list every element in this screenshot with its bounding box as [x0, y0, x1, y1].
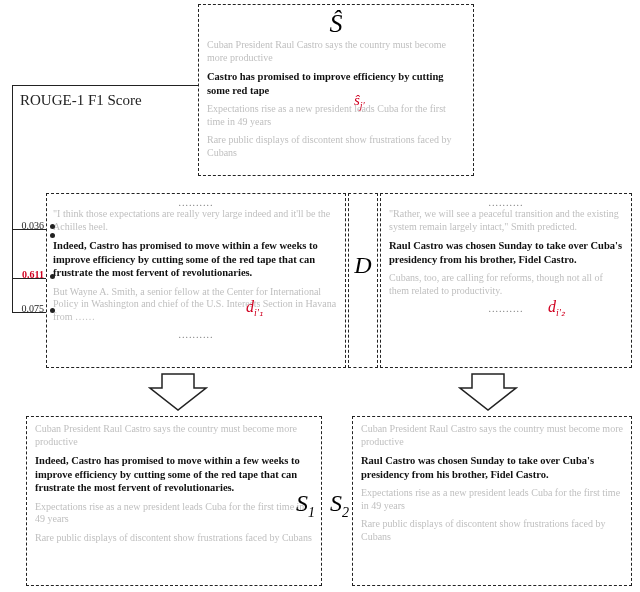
s2-line4: Rare public displays of discontent show … [361, 518, 623, 543]
summary-2-box: Cuban President Raul Castro says the cou… [352, 416, 632, 586]
shat-line1: Cuban President Raul Castro says the cou… [207, 39, 465, 64]
svg-marker-0 [150, 374, 206, 410]
d-right-bold: Raul Castro was chosen Sunday to take ov… [389, 239, 623, 266]
dots-top-left: .......... [53, 197, 339, 208]
dots-bot-right: .......... [389, 303, 623, 314]
symbol-D: D [349, 252, 377, 279]
bullet-icon [50, 233, 55, 238]
symbol-di2: di′₂ [548, 298, 565, 318]
arrow-down-icon [458, 372, 518, 412]
symbol-S1: S1 [296, 490, 315, 521]
s1-line3: Expectations rise as a new president lea… [35, 501, 313, 526]
dots-bot-left: .......... [53, 329, 339, 340]
s2-line3: Expectations rise as a new president lea… [361, 487, 623, 512]
bullet-icon [50, 224, 55, 229]
connector-h1 [12, 85, 198, 86]
symbol-S2: S2 [330, 490, 349, 521]
s2-bold: Raul Castro was chosen Sunday to take ov… [361, 454, 623, 481]
s2-line1: Cuban President Raul Castro says the cou… [361, 423, 623, 448]
shat-bold: Castro has promised to improve efficienc… [207, 70, 465, 97]
shat-line4: Rare public displays of discontent show … [207, 134, 465, 159]
summary-1-box: Cuban President Raul Castro says the cou… [26, 416, 322, 586]
metric-label: ROUGE-1 F1 Score [20, 92, 142, 109]
summary-hat-box: Ŝ Cuban President Raul Castro says the c… [198, 4, 474, 176]
symbol-sj-hat: ŝj′ [354, 92, 365, 111]
shat-line3: Expectations rise as a new president lea… [207, 103, 465, 128]
document-box-right: .......... "Rather, we will see a peacef… [380, 193, 632, 368]
d-right-quote: "Rather, we will see a peaceful transiti… [389, 208, 623, 233]
symbol-S-hat: Ŝ [207, 9, 465, 39]
arrow-down-icon [148, 372, 208, 412]
s1-line4: Rare public displays of discontent show … [35, 532, 313, 545]
score-bot: 0.075 [12, 303, 44, 314]
d-left-bold: Indeed, Castro has promised to move with… [53, 239, 339, 280]
d-left-wayne: But Wayne A. Smith, a senior fellow at t… [53, 286, 339, 324]
d-right-cubans: Cubans, too, are calling for reforms, th… [389, 272, 623, 297]
score-top: 0.036 [12, 220, 44, 231]
document-box-left: .......... "I think those expectations a… [46, 193, 346, 368]
score-mid: 0.611 [12, 269, 44, 280]
dots-top-right: .......... [389, 197, 623, 208]
s1-bold: Indeed, Castro has promised to move with… [35, 454, 313, 495]
bullet-icon [50, 308, 55, 313]
bullet-icon [50, 274, 55, 279]
symbol-di1: di′₁ [246, 298, 263, 318]
d-left-quote: "I think those expectations are really v… [53, 208, 339, 233]
s1-line1: Cuban President Raul Castro says the cou… [35, 423, 313, 448]
document-label-box: D [348, 193, 378, 368]
svg-marker-1 [460, 374, 516, 410]
